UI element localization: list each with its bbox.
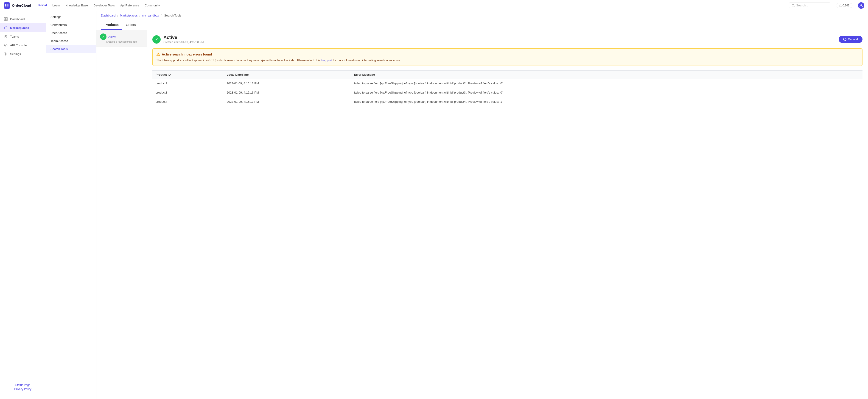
tab-products[interactable]: Products [101,20,122,30]
col-product-id: Product ID [152,71,223,79]
svg-rect-11 [6,19,7,21]
sidebar-label-api-console: API Console [10,43,27,47]
tabs-wrapper: Products Orders ✓ Active Created a few s… [96,20,868,399]
svg-rect-12 [4,27,7,29]
nav-developer-tools[interactable]: Developer Tools [93,3,115,8]
tabs-content: ✓ Active Created a few seconds ago ✓ Ac [96,30,868,399]
index-item-subtitle: Created a few seconds ago [106,40,143,43]
rebuild-button[interactable]: Rebuild [839,36,863,43]
active-header: ✓ Active Created 2023-01-09, 4:15:08 PM [152,35,863,44]
warning-blog-link[interactable]: blog post [321,59,333,62]
col-error-message: Error Message [351,71,863,79]
main-layout: Dashboard Marketplaces Teams [0,11,868,399]
detail-status-icon: ✓ [152,35,161,43]
breadcrumb-sep-2: / [139,14,141,17]
sidebar-item-settings[interactable]: Settings [0,49,46,58]
breadcrumb-dashboard[interactable]: Dashboard [101,14,116,17]
svg-rect-9 [6,18,7,19]
second-sidebar-contributors[interactable]: Contributors [46,21,96,29]
content-area: Dashboard / Marketplaces / my_sandbox / … [96,11,868,399]
warning-body-after: for more information on interpreting sea… [333,59,401,62]
svg-line-6 [794,6,794,7]
warning-body-before: The following products will not appear i… [156,59,320,62]
version-badge: v1.0.262 [836,3,852,8]
warning-title-text: Active search index errors found [162,53,212,56]
nav-learn[interactable]: Learn [52,3,60,8]
breadcrumb-sep-3: / [161,14,162,17]
second-sidebar-user-access[interactable]: User Access [46,29,96,37]
detail-title-block: Active Created 2023-01-09, 4:15:08 PM [163,35,204,44]
index-item-active[interactable]: ✓ Active Created a few seconds ago [96,30,147,46]
search-icon [792,4,795,7]
avatar [858,2,864,9]
privacy-policy-link[interactable]: Privacy Policy [4,388,42,391]
breadcrumb-my-sandbox[interactable]: my_sandbox [142,14,159,17]
cell-product-id: product4 [152,97,223,106]
sidebar-item-api-console[interactable]: API Console [0,41,46,49]
rebuild-icon [843,38,846,41]
active-status-icon: ✓ [100,33,106,40]
svg-point-16 [5,54,6,55]
cell-product-id: product3 [152,88,223,97]
svg-rect-1 [5,4,6,6]
nav-api-reference[interactable]: Api Reference [120,3,139,8]
second-sidebar-search-tools[interactable]: Search Tools [46,45,96,53]
warning-triangle-icon: ⚠ [156,52,160,57]
warning-body: The following products will not appear i… [156,58,859,62]
grid-icon [4,17,8,21]
search-placeholder: Search... [796,4,808,7]
logo: OrderCloud [4,2,31,9]
status-page-link[interactable]: Status Page [4,384,42,387]
sidebar-item-teams[interactable]: Teams [0,32,46,41]
sidebar-item-marketplaces[interactable]: Marketplaces [0,23,46,32]
svg-rect-3 [5,6,6,7]
index-list: ✓ Active Created a few seconds ago [96,30,147,399]
top-nav: OrderCloud Portal Learn Knowledge Base D… [0,0,868,11]
second-sidebar-team-access[interactable]: Team Access [46,37,96,45]
logo-icon [4,2,10,9]
cell-datetime: 2023-01-09, 4:15:13 PM [223,79,351,88]
error-table: Product ID Local DateTime Error Message … [152,70,863,106]
table-row: product3 2023-01-09, 4:15:13 PM failed t… [152,88,863,97]
main-content: ✓ Active Created 2023-01-09, 4:15:08 PM [147,30,868,399]
cell-error: failed to parse field [xp.FreeShipping] … [351,97,863,106]
bag-icon [4,26,8,30]
cell-error: failed to parse field [xp.FreeShipping] … [351,79,863,88]
svg-point-13 [5,36,6,37]
cell-error: failed to parse field [xp.FreeShipping] … [351,88,863,97]
svg-rect-10 [4,19,5,21]
breadcrumb-search-tools: Search Tools [164,14,181,17]
svg-rect-4 [7,6,8,7]
svg-rect-2 [7,4,8,6]
detail-title: Active [163,35,204,40]
warning-box: ⚠ Active search index errors found The f… [152,48,863,66]
search-bar[interactable]: Search... [789,2,830,8]
table-row: product4 2023-01-09, 4:15:13 PM failed t… [152,97,863,106]
nav-knowledge-base[interactable]: Knowledge Base [65,3,88,8]
cell-datetime: 2023-01-09, 4:15:13 PM [223,97,351,106]
sidebar-item-dashboard[interactable]: Dashboard [0,15,46,23]
sidebar-label-settings: Settings [10,52,21,56]
tab-bar: Products Orders [96,20,868,30]
cell-product-id: product2 [152,79,223,88]
breadcrumb: Dashboard / Marketplaces / my_sandbox / … [96,11,868,20]
gear-icon [4,52,8,56]
svg-point-7 [861,4,862,6]
code-icon [4,43,8,47]
breadcrumb-marketplaces[interactable]: Marketplaces [120,14,137,17]
tab-orders[interactable]: Orders [122,20,140,30]
col-datetime: Local DateTime [223,71,351,79]
nav-portal[interactable]: Portal [38,2,47,8]
svg-rect-8 [4,18,5,19]
cell-datetime: 2023-01-09, 4:15:13 PM [223,88,351,97]
breadcrumb-sep-1: / [117,14,119,17]
nav-community[interactable]: Community [145,3,160,8]
sidebar-label-marketplaces: Marketplaces [10,26,29,30]
second-sidebar-settings[interactable]: Settings [46,13,96,21]
detail-subtitle: Created 2023-01-09, 4:15:08 PM [163,41,204,44]
svg-point-14 [6,35,7,36]
left-sidebar: Dashboard Marketplaces Teams [0,11,46,399]
svg-line-15 [5,44,6,46]
second-sidebar: Settings Contributors User Access Team A… [46,11,96,399]
sidebar-label-teams: Teams [10,35,19,38]
